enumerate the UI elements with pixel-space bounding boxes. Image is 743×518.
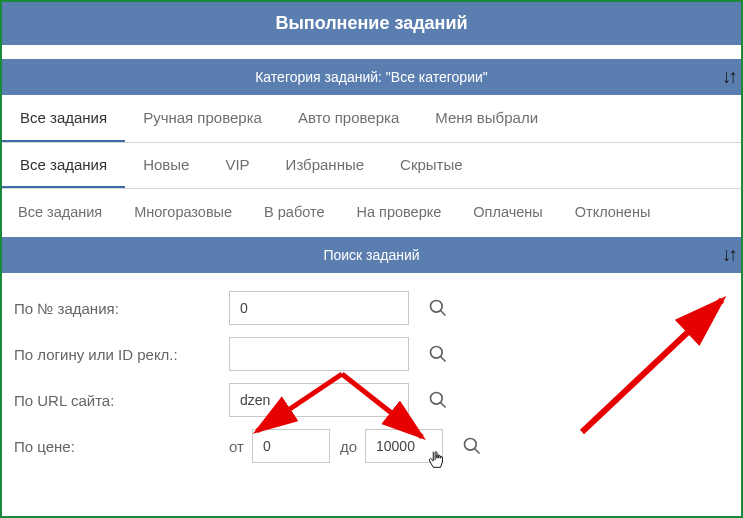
search-area: По № задания: По логину или ID рекл.: По…	[2, 273, 741, 485]
tabs-row-1: Все задания Ручная проверка Авто проверк…	[2, 95, 741, 143]
tab-manual-check[interactable]: Ручная проверка	[125, 95, 280, 142]
input-price-to[interactable]	[365, 429, 443, 463]
svg-line-5	[441, 403, 446, 408]
label-to: до	[340, 438, 357, 455]
label-by-login: По логину или ID рекл.:	[14, 346, 229, 363]
tabs-row-2: Все задания Новые VIP Избранные Скрытые	[2, 143, 741, 189]
sort-toggle-icon[interactable]: ↓↑	[722, 66, 735, 88]
tab3-multi[interactable]: Многоразовые	[118, 189, 248, 237]
sort-toggle-icon[interactable]: ↓↑	[722, 244, 735, 266]
svg-point-0	[431, 301, 443, 313]
svg-line-1	[441, 311, 446, 316]
tab2-hidden[interactable]: Скрытые	[382, 143, 481, 188]
tab2-vip[interactable]: VIP	[207, 143, 267, 188]
tabs-row-3: Все задания Многоразовые В работе На про…	[2, 189, 741, 237]
tab2-fav[interactable]: Избранные	[268, 143, 382, 188]
search-icon[interactable]	[427, 297, 449, 319]
input-by-login[interactable]	[229, 337, 409, 371]
label-by-price: По цене:	[14, 438, 229, 455]
tab-all-tasks[interactable]: Все задания	[2, 95, 125, 142]
label-by-number: По № задания:	[14, 300, 229, 317]
tab-auto-check[interactable]: Авто проверка	[280, 95, 417, 142]
category-header: Категория заданий: "Все категории" ↓↑	[2, 59, 741, 95]
page-title: Выполнение заданий	[2, 2, 741, 45]
tab3-rejected[interactable]: Отклонены	[559, 189, 667, 237]
svg-line-3	[441, 357, 446, 362]
tab3-inwork[interactable]: В работе	[248, 189, 340, 237]
tab3-paid[interactable]: Оплачены	[457, 189, 558, 237]
svg-point-4	[431, 393, 443, 405]
search-icon[interactable]	[427, 389, 449, 411]
tab-selected-me[interactable]: Меня выбрали	[417, 95, 556, 142]
svg-line-7	[475, 449, 480, 454]
tab3-all[interactable]: Все задания	[2, 189, 118, 237]
tab3-oncheck[interactable]: На проверке	[341, 189, 458, 237]
tab2-all[interactable]: Все задания	[2, 143, 125, 188]
search-icon[interactable]	[427, 343, 449, 365]
input-by-number[interactable]	[229, 291, 409, 325]
label-from: от	[229, 438, 244, 455]
svg-point-2	[431, 347, 443, 359]
input-by-url[interactable]	[229, 383, 409, 417]
input-price-from[interactable]	[252, 429, 330, 463]
svg-point-6	[465, 439, 477, 451]
tab2-new[interactable]: Новые	[125, 143, 207, 188]
category-header-text: Категория заданий: "Все категории"	[255, 69, 488, 85]
search-icon[interactable]	[461, 435, 483, 457]
label-by-url: По URL сайта:	[14, 392, 229, 409]
search-header: Поиск заданий ↓↑	[2, 237, 741, 273]
search-header-text: Поиск заданий	[323, 247, 419, 263]
